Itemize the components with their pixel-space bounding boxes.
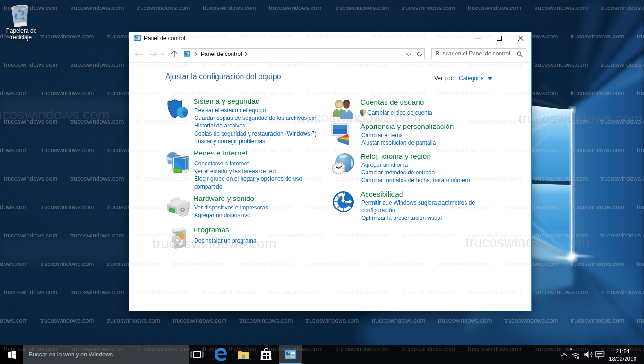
svg-text:*: * bbox=[570, 347, 572, 354]
